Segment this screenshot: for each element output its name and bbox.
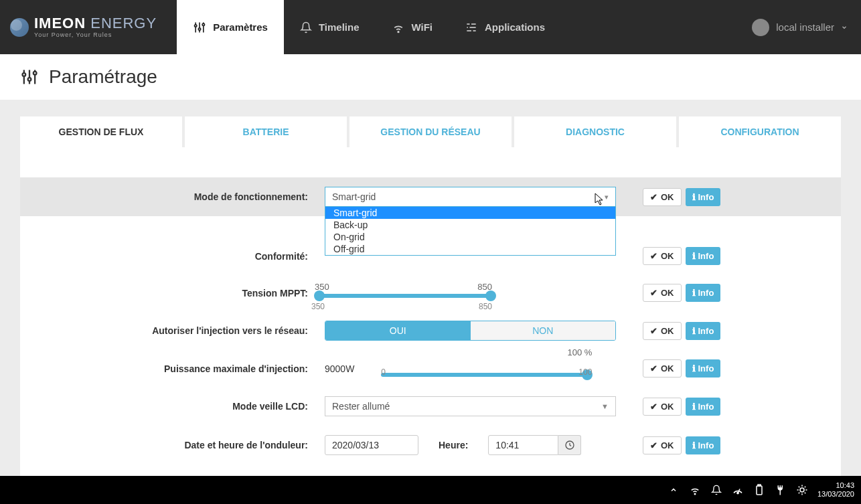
- ok-label: OK: [661, 288, 674, 298]
- nav-timeline[interactable]: Timeline: [284, 0, 376, 54]
- row-pmax: Puissance maximale d'injection: 9000W 10…: [20, 350, 841, 387]
- brand-logo[interactable]: IMEON ENERGY Your Power, Your Rules: [0, 16, 167, 38]
- mppt-low-bottom: 350: [311, 302, 325, 311]
- page-header: Paramétrage: [0, 54, 861, 100]
- mode-selected-value: Smart-grid: [332, 191, 376, 202]
- check-icon: ✔: [650, 402, 657, 412]
- tab-configuration[interactable]: CONFIGURATION: [679, 116, 841, 147]
- label-injection: Autoriser l'injection vers le réseau:: [20, 325, 315, 336]
- info-icon: ℹ: [692, 363, 696, 373]
- mode-option-smartgrid[interactable]: Smart-grid: [325, 207, 615, 219]
- user-menu[interactable]: local installer: [752, 19, 848, 36]
- injection-oui[interactable]: OUI: [325, 321, 471, 340]
- tray-brightness-icon[interactable]: [796, 484, 808, 496]
- mode-select[interactable]: Smart-grid ▾: [325, 187, 616, 207]
- ok-label: OK: [661, 192, 674, 202]
- info-label: Info: [698, 288, 714, 298]
- ok-label: OK: [661, 251, 674, 261]
- nav-wifi[interactable]: WiFi: [376, 0, 449, 54]
- check-icon: ✔: [650, 192, 657, 202]
- row-mppt: Tension MPPT: 350 850 350 850 ✔OK ℹInfo: [20, 274, 841, 311]
- tab-batterie[interactable]: BATTERIE: [185, 116, 347, 147]
- ok-button-lcd[interactable]: ✔OK: [643, 398, 682, 416]
- tray-clock[interactable]: 10:43 13/03/2020: [817, 481, 854, 499]
- tray-bell-icon[interactable]: [710, 485, 722, 495]
- tab-gestion-flux[interactable]: GESTION DE FLUX: [20, 116, 182, 147]
- info-button-mppt[interactable]: ℹInfo: [686, 284, 721, 302]
- check-icon: ✔: [650, 440, 657, 450]
- logo-text: IMEON ENERGY Your Power, Your Rules: [34, 16, 157, 38]
- mode-dropdown: Smart-grid Back-up On-grid Off-grid: [325, 207, 616, 256]
- time-group: [488, 435, 581, 455]
- tray-gauge-icon[interactable]: [732, 484, 744, 496]
- caret-down-icon: ▼: [601, 402, 609, 410]
- lcd-select[interactable]: Rester allumé ▼: [325, 396, 616, 416]
- tray-plug-icon[interactable]: [775, 484, 787, 496]
- ok-button-mode[interactable]: ✔ OK: [643, 188, 682, 206]
- label-mppt: Tension MPPT:: [20, 288, 315, 299]
- caret-down-icon: ▾: [605, 193, 609, 201]
- clock-button[interactable]: [558, 435, 581, 455]
- svg-line-32: [799, 493, 800, 494]
- mppt-handle-low[interactable]: [314, 290, 325, 301]
- mppt-handle-high[interactable]: [485, 290, 496, 301]
- page-title: Paramétrage: [49, 66, 157, 88]
- tab-diagnostic[interactable]: DIAGNOSTIC: [514, 116, 676, 147]
- info-icon: ℹ: [692, 251, 696, 261]
- mppt-low-top: 350: [315, 282, 329, 292]
- apps-icon: [465, 21, 478, 34]
- injection-non[interactable]: NON: [471, 321, 616, 340]
- info-button-lcd[interactable]: ℹInfo: [686, 398, 721, 416]
- brand-main1: IMEON: [34, 15, 86, 31]
- row-datetime: Date et heure de l'onduleur: Heure: ✔OK …: [20, 426, 841, 465]
- nav-wifi-label: WiFi: [412, 21, 433, 33]
- settings-panel: Mode de fonctionnement: Smart-grid ▾ Sma…: [20, 147, 841, 485]
- ok-button-mppt[interactable]: ✔OK: [643, 284, 682, 302]
- info-button-pmax[interactable]: ℹInfo: [686, 359, 721, 377]
- mode-option-ongrid[interactable]: On-grid: [325, 231, 615, 243]
- tab-gestion-reseau[interactable]: GESTION DU RÉSEAU: [349, 116, 512, 147]
- tray-overflow-icon[interactable]: [668, 486, 680, 494]
- mppt-high-bottom: 850: [479, 302, 492, 311]
- pmax-slider[interactable]: 100 % 0 100: [381, 361, 589, 377]
- tray-wifi-icon[interactable]: [689, 484, 701, 496]
- pmax-max: 100: [578, 367, 592, 377]
- mppt-slider[interactable]: 350 850 350 850: [318, 294, 505, 298]
- ok-button-conformite[interactable]: ✔OK: [643, 247, 682, 265]
- check-icon: ✔: [650, 363, 657, 373]
- info-button-conformite[interactable]: ℹInfo: [686, 247, 721, 265]
- mode-option-backup[interactable]: Back-up: [325, 219, 615, 231]
- tray-battery-icon[interactable]: [753, 484, 765, 496]
- ok-label: OK: [661, 440, 674, 450]
- info-label: Info: [698, 251, 714, 261]
- info-label: Info: [698, 363, 714, 373]
- svg-rect-24: [758, 485, 761, 486]
- mode-option-offgrid[interactable]: Off-grid: [325, 243, 615, 255]
- ok-button-injection[interactable]: ✔OK: [643, 322, 682, 340]
- sliders-icon: [20, 68, 39, 86]
- ok-button-pmax[interactable]: ✔OK: [643, 359, 682, 377]
- svg-point-5: [202, 23, 204, 25]
- user-name: local installer: [776, 21, 834, 33]
- label-mode: Mode de fonctionnement:: [20, 191, 315, 202]
- brand-main2: ENERGY: [90, 15, 157, 31]
- nav-applications[interactable]: Applications: [449, 0, 561, 54]
- info-label: Info: [698, 440, 714, 450]
- row-injection: Autoriser l'injection vers le réseau: OU…: [20, 311, 841, 350]
- check-icon: ✔: [650, 251, 657, 261]
- ok-button-datetime[interactable]: ✔OK: [643, 436, 682, 454]
- svg-point-18: [33, 72, 37, 75]
- time-input[interactable]: [488, 435, 558, 455]
- date-input[interactable]: [325, 435, 418, 455]
- info-button-mode[interactable]: ℹ Info: [686, 188, 721, 206]
- svg-point-25: [800, 488, 804, 492]
- chevron-down-icon: [841, 24, 848, 31]
- nav-parametres-label: Paramètres: [213, 21, 268, 33]
- info-button-datetime[interactable]: ℹInfo: [686, 436, 721, 454]
- clock-icon: [564, 440, 575, 450]
- svg-line-31: [805, 493, 806, 494]
- svg-point-22: [737, 492, 738, 493]
- info-button-injection[interactable]: ℹInfo: [686, 322, 721, 340]
- info-icon: ℹ: [692, 192, 696, 202]
- nav-parametres[interactable]: Paramètres: [177, 0, 284, 54]
